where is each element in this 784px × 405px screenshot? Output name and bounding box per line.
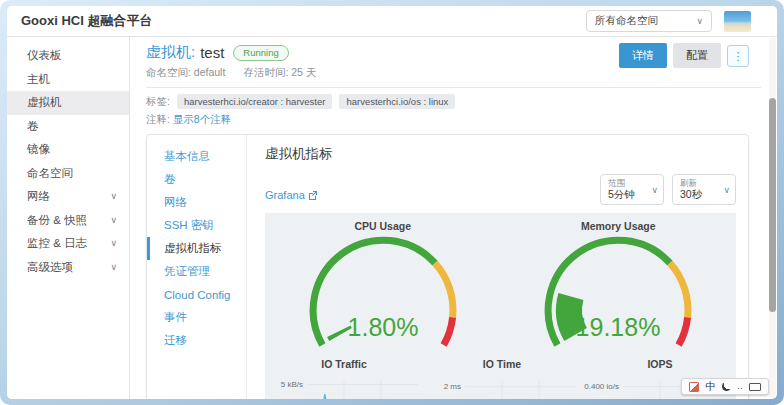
tab-credentials[interactable]: 凭证管理 <box>147 260 246 283</box>
screenshot-frame: Gooxi HCI 超融合平台 所有命名空间 ∨ 仪表板 主机 虚拟机 卷 镜像… <box>0 0 784 405</box>
grafana-link[interactable]: Grafana <box>265 189 318 201</box>
cpu-gauge-chart: 1.80% <box>268 232 498 354</box>
svg-text:0.400 io/s: 0.400 io/s <box>584 382 619 391</box>
svg-text:2 ms: 2 ms <box>444 382 461 391</box>
gauge-title: Memory Usage <box>581 220 656 232</box>
grafana-link-label: Grafana <box>265 189 305 201</box>
tab-vm-metrics[interactable]: 虚拟机指标 <box>147 237 246 260</box>
detail-card: 基本信息 卷 网络 SSH 密钥 虚拟机指标 凭证管理 Cloud Config… <box>146 134 749 399</box>
metrics-toolbar: Grafana 范围 5分钟 ∨ 刷新 30秒 <box>265 174 736 205</box>
gauges-row: CPU Usage 1.80% Memory Usage 19.18% <box>265 217 736 354</box>
ime-language-icon[interactable]: 中 <box>705 381 716 392</box>
external-link-icon <box>308 190 318 200</box>
tab-basic-info[interactable]: 基本信息 <box>147 145 246 168</box>
namespace-filter-select[interactable]: 所有命名空间 ∨ <box>586 10 712 32</box>
resource-name: test <box>200 44 224 61</box>
chevron-down-icon: ∨ <box>110 192 117 201</box>
label-pill: harvesterhci.io/creator : harvester <box>177 94 333 109</box>
labels-label: 标签: <box>146 95 170 109</box>
metrics-content: 虚拟机指标 Grafana 范围 5分钟 ∨ <box>247 135 748 399</box>
tab-events[interactable]: 事件 <box>147 306 246 329</box>
tab-ssh-keys[interactable]: SSH 密钥 <box>147 214 246 237</box>
sidebar-item-namespaces[interactable]: 命名空间 <box>7 162 129 186</box>
sidebar-item-advanced[interactable]: 高级选项∨ <box>7 256 129 280</box>
tab-networks[interactable]: 网络 <box>147 191 246 214</box>
detail-tabs: 基本信息 卷 网络 SSH 密钥 虚拟机指标 凭证管理 Cloud Config… <box>147 135 247 399</box>
sidebar-item-virtual-machines[interactable]: 虚拟机 <box>7 91 129 115</box>
sidebar-item-label: 卷 <box>27 119 39 134</box>
range-select[interactable]: 范围 5分钟 ∨ <box>600 174 664 205</box>
metrics-panel: CPU Usage 1.80% Memory Usage 19.18% <box>265 213 736 399</box>
show-annotations-link[interactable]: 显示8个注释 <box>173 113 231 125</box>
chart-title: IO Time <box>483 358 521 370</box>
namespace-meta: 命名空间: default <box>146 66 225 80</box>
annotations-label: 注释: <box>146 113 170 125</box>
charts-row: IO Traffic 5 kB/s4 kB/s3 kB/s IO Time 2 … <box>265 355 736 399</box>
details-button[interactable]: 详情 <box>619 43 667 68</box>
sidebar-item-dashboard[interactable]: 仪表板 <box>7 44 129 68</box>
ime-logo-icon[interactable] <box>689 382 699 392</box>
refresh-value: 30秒 <box>680 188 719 201</box>
refresh-select[interactable]: 刷新 30秒 ∨ <box>672 174 736 205</box>
chevron-down-icon: ∨ <box>110 216 117 225</box>
scrollbar-thumb[interactable] <box>769 98 776 312</box>
sidebar-item-label: 命名空间 <box>27 166 73 181</box>
range-label: 范围 <box>608 179 647 188</box>
main-content: 虚拟机: test Running 命名空间: default 存活时间: 25… <box>130 37 777 399</box>
sidebar-item-volumes[interactable]: 卷 <box>7 115 129 139</box>
sidebar-item-networks[interactable]: 网络∨ <box>7 185 129 209</box>
sidebar-item-label: 监控 & 日志 <box>27 236 87 251</box>
status-badge: Running <box>233 45 288 61</box>
svg-text:1.80%: 1.80% <box>347 313 418 341</box>
namespace-filter-value: 所有命名空间 <box>595 14 658 28</box>
sidebar-item-label: 高级选项 <box>27 260 73 275</box>
scrollbar-track[interactable] <box>769 38 776 398</box>
sidebar-item-backup-snapshot[interactable]: 备份 & 快照∨ <box>7 209 129 233</box>
top-header: Gooxi HCI 超融合平台 所有命名空间 ∨ <box>7 6 777 37</box>
io-time-plot: 2 ms1.50 ms1 ms <box>423 372 581 399</box>
header-divider <box>146 87 761 88</box>
labels-row: 标签: harvesterhci.io/creator : harvester … <box>146 94 761 109</box>
chart-title: IOPS <box>647 358 672 370</box>
sidebar-item-label: 仪表板 <box>27 48 62 63</box>
sidebar-item-hosts[interactable]: 主机 <box>7 68 129 92</box>
ime-halfwidth-moon-icon[interactable] <box>722 382 731 391</box>
tab-migration[interactable]: 迁移 <box>147 329 246 352</box>
more-actions-button[interactable]: ⋮ <box>727 45 749 67</box>
sidebar-item-label: 虚拟机 <box>27 95 62 110</box>
user-avatar[interactable] <box>724 11 751 32</box>
sidebar-item-label: 网络 <box>27 189 50 204</box>
sidebar-item-label: 备份 & 快照 <box>27 213 87 228</box>
chevron-down-icon: ∨ <box>696 17 703 26</box>
kebab-menu-icon: ⋮ <box>733 50 744 62</box>
chart-title: IO Traffic <box>321 358 367 370</box>
ime-keyboard-icon[interactable] <box>749 383 761 391</box>
page-actions: 详情 配置 ⋮ <box>619 43 761 68</box>
sidebar-item-label: 镜像 <box>27 142 50 157</box>
config-button[interactable]: 配置 <box>673 43 721 68</box>
page-header: 虚拟机: test Running 命名空间: default 存活时间: 25… <box>146 43 761 80</box>
chevron-down-icon: ∨ <box>723 186 730 195</box>
chevron-down-icon: ∨ <box>651 186 658 195</box>
svg-text:5 kB/s: 5 kB/s <box>281 380 303 389</box>
chevron-down-icon: ∨ <box>110 239 117 248</box>
app-window: Gooxi HCI 超融合平台 所有命名空间 ∨ 仪表板 主机 虚拟机 卷 镜像… <box>7 6 777 399</box>
annotations-row: 注释: 显示8个注释 <box>146 113 761 127</box>
resource-type-link[interactable]: 虚拟机: <box>146 43 195 62</box>
resource-meta: 命名空间: default 存活时间: 25 天 <box>146 66 316 80</box>
range-value: 5分钟 <box>608 188 647 201</box>
page-header-left: 虚拟机: test Running 命名空间: default 存活时间: 25… <box>146 43 316 80</box>
memory-usage-gauge: Memory Usage 19.18% <box>501 217 737 354</box>
refresh-label: 刷新 <box>680 179 719 188</box>
sidebar-item-images[interactable]: 镜像 <box>7 138 129 162</box>
io-traffic-plot: 5 kB/s4 kB/s3 kB/s <box>265 372 423 399</box>
ime-toolbar: 中 ‥ <box>681 378 769 395</box>
ime-more-icon[interactable]: ‥ <box>737 382 743 391</box>
tab-volumes[interactable]: 卷 <box>147 168 246 191</box>
io-traffic-chart: IO Traffic 5 kB/s4 kB/s3 kB/s <box>265 355 423 399</box>
sidebar-item-monitoring-logs[interactable]: 监控 & 日志∨ <box>7 232 129 256</box>
window-body: 仪表板 主机 虚拟机 卷 镜像 命名空间 网络∨ 备份 & 快照∨ 监控 & 日… <box>7 37 777 399</box>
io-time-chart: IO Time 2 ms1.50 ms1 ms <box>423 355 581 399</box>
tab-cloud-config[interactable]: Cloud Config <box>147 283 246 306</box>
cpu-usage-gauge: CPU Usage 1.80% <box>265 217 501 354</box>
